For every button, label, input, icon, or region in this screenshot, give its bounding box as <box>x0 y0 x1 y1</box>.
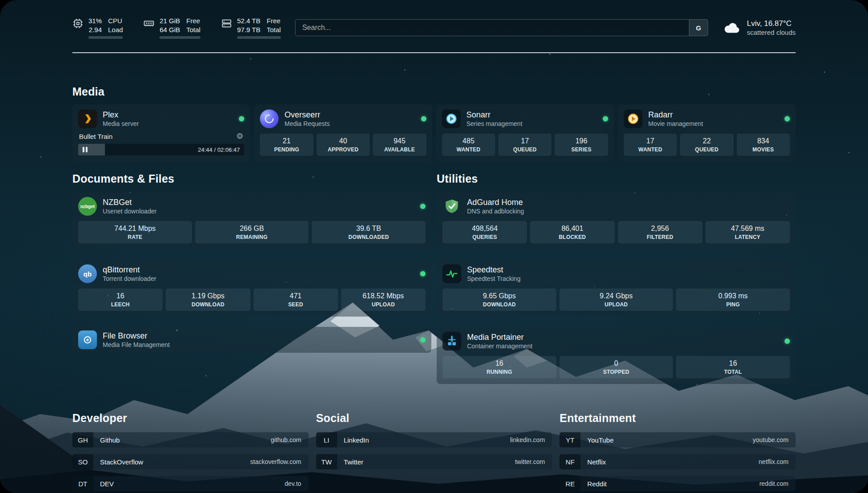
service-name: Overseerr <box>284 110 330 120</box>
service-meta: Sonarr Series management <box>467 110 522 128</box>
qbittorrent-icon: qb <box>78 264 97 283</box>
stat-value: 744.21 Mbps <box>80 225 190 233</box>
stat-label: PING <box>678 301 788 308</box>
bookmark-abbr: TW <box>316 454 337 469</box>
service-subtitle: Media Requests <box>284 120 330 127</box>
adguard-icon <box>442 197 461 216</box>
bookmark-reddit[interactable]: RE Reddit reddit.com <box>559 476 796 491</box>
service-card-overseerr[interactable]: Overseerr Media Requests 21 PENDING 40 A… <box>254 104 432 162</box>
stat-stopped: 0 STOPPED <box>559 356 673 378</box>
status-dot <box>603 116 608 121</box>
bookmark-youtube[interactable]: YT YouTube youtube.com <box>559 432 796 447</box>
service-meta: Speedtest Speedtest Tracking <box>467 265 521 283</box>
service-card-adguard[interactable]: AdGuard Home DNS and adblocking 498,564 … <box>437 192 796 249</box>
stat-value: 22 <box>682 137 731 145</box>
stat-label: QUERIES <box>444 234 525 240</box>
stat-value: 9.65 Gbps <box>444 292 555 300</box>
search-input[interactable] <box>296 24 689 32</box>
pause-icon[interactable] <box>83 147 88 152</box>
stat-upload: 618.52 Mbps UPLOAD <box>341 288 426 311</box>
section-title-media: Media <box>72 85 796 98</box>
bookmark-github[interactable]: GH Github github.com <box>72 432 309 447</box>
stat-label: PENDING <box>262 146 311 153</box>
service-card-sonarr[interactable]: Sonarr Series management 485 WANTED 17 Q… <box>436 104 614 162</box>
card-header: Radarr Movie management <box>624 109 790 128</box>
cpu-widget: 31% CPU 2.94 Load <box>72 17 123 39</box>
card-header: Plex Media server <box>78 109 244 128</box>
service-card-nzbget[interactable]: nzbget NZBGet Usenet downloader 744.21 M… <box>72 192 431 249</box>
snow-particles <box>0 0 1 1</box>
memory-widget: 21 GiB Free 64 GiB Total <box>143 17 200 39</box>
service-subtitle: Usenet downloader <box>103 208 157 215</box>
stats-row: 9.65 Gbps DOWNLOAD 9.24 Gbps UPLOAD 0.99… <box>442 288 790 311</box>
service-card-filebrowser[interactable]: File Browser Media File Management <box>72 327 431 353</box>
weather-widget: Lviv, 16.87°C scattered clouds <box>722 19 796 36</box>
bookmark-twitter[interactable]: TW Twitter twitter.com <box>316 454 552 469</box>
service-meta: AdGuard Home DNS and adblocking <box>467 198 524 215</box>
qbittorrent-icon-text: qb <box>83 270 92 278</box>
cpu-usage-value: 31% <box>88 17 102 25</box>
stat-queries: 498,564 QUERIES <box>442 221 527 243</box>
sonarr-icon <box>442 109 461 128</box>
bookmark-domain: dev.to <box>285 480 301 487</box>
bookmark-domain: youtube.com <box>753 436 789 443</box>
bookmark-netflix[interactable]: NF Netflix netflix.com <box>559 454 796 469</box>
stat-series: 196 SERIES <box>555 134 608 156</box>
status-dot <box>420 271 426 276</box>
card-header: Overseerr Media Requests <box>260 109 426 128</box>
stat-label: DOWNLOADED <box>313 234 424 240</box>
stats-row: 16 LEECH 1.19 Gbps DOWNLOAD 471 SEED <box>78 288 426 311</box>
bookmark-group-developer: Developer GH Github github.com SO StackO… <box>72 412 309 491</box>
service-meta: qBittorrent Torrent downloader <box>103 265 156 283</box>
service-meta: NZBGet Usenet downloader <box>103 198 157 215</box>
stat-value: 1.19 Gbps <box>167 292 248 300</box>
stat-value: 498,564 <box>444 225 525 233</box>
card-header: nzbget NZBGet Usenet downloader <box>78 197 426 216</box>
stat-label: STOPPED <box>561 369 672 375</box>
stat-label: QUEUED <box>500 146 550 153</box>
stat-pending: 21 PENDING <box>260 134 313 156</box>
stat-queued: 17 QUEUED <box>498 134 551 156</box>
bookmark-linkedin[interactable]: LI LinkedIn linkedin.com <box>316 432 552 447</box>
memory-progress-bar <box>159 36 200 39</box>
stat-value: 16 <box>678 359 788 368</box>
stat-label: RATE <box>80 234 190 240</box>
nzbget-icon-text: nzbget <box>80 204 95 209</box>
bookmark-dev[interactable]: DT DEV dev.to <box>72 476 309 491</box>
cpu-readout: 31% CPU 2.94 Load <box>88 17 123 39</box>
bookmark-abbr: GH <box>72 432 93 447</box>
stat-wanted: 17 WANTED <box>624 134 677 156</box>
bookmark-stackoverflow[interactable]: SO StackOverflow stackoverflow.com <box>72 454 309 469</box>
plex-icon <box>78 109 97 128</box>
bookmark-domain: github.com <box>271 436 301 443</box>
service-card-qbittorrent[interactable]: qb qBittorrent Torrent downloader 16 <box>72 259 431 317</box>
nzbget-icon: nzbget <box>78 197 97 216</box>
service-card-radarr[interactable]: Radarr Movie management 17 WANTED 22 QUE… <box>618 104 796 162</box>
gear-icon[interactable]: ⚙ <box>236 132 243 140</box>
stat-label: FILTERED <box>620 234 701 240</box>
section-title-social: Social <box>316 412 552 425</box>
service-card-portainer[interactable]: Media Portainer Container management 16 … <box>437 327 796 384</box>
status-dot <box>420 204 426 209</box>
middle-columns: Documents & Files nzbget NZBGet Usenet d… <box>72 172 796 384</box>
bookmark-group-entertainment: Entertainment YT YouTube youtube.com NF … <box>559 412 796 491</box>
bookmark-name: Reddit <box>587 480 606 488</box>
stat-label: APPROVED <box>318 146 368 153</box>
section-title-entertainment: Entertainment <box>559 412 796 425</box>
service-card-speedtest[interactable]: Speedtest Speedtest Tracking 9.65 Gbps D… <box>437 259 796 317</box>
stat-approved: 40 APPROVED <box>317 134 370 156</box>
status-dot <box>785 338 790 344</box>
portainer-icon <box>442 332 461 351</box>
memory-free-label: Free <box>186 17 200 25</box>
disk-free-value: 52.4 TB <box>237 17 260 25</box>
service-name: qBittorrent <box>103 265 156 275</box>
stat-label: DOWNLOAD <box>444 301 555 308</box>
stat-value: 471 <box>255 292 336 300</box>
top-divider <box>72 52 796 53</box>
service-name: Media Portainer <box>467 333 532 343</box>
documents-column: Documents & Files nzbget NZBGet Usenet d… <box>72 172 431 353</box>
search-provider-button[interactable]: G <box>689 20 708 36</box>
section-title-documents: Documents & Files <box>72 172 431 185</box>
bookmark-abbr: SO <box>72 454 93 469</box>
service-card-plex[interactable]: Plex Media server Bullet Train ⚙ 24:44 /… <box>72 104 250 162</box>
